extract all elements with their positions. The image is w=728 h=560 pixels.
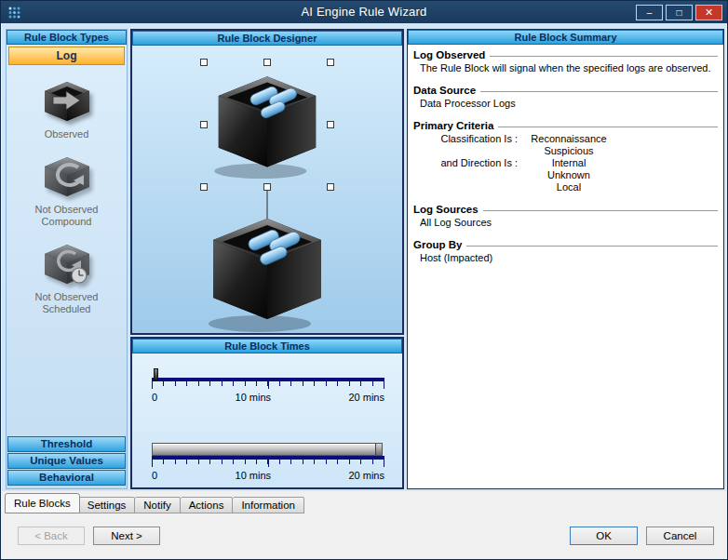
- summary-section-group-by: Group By Host (Impacted): [413, 239, 718, 264]
- rule-block-type-observed[interactable]: Observed: [7, 79, 127, 140]
- designer-scene: [132, 46, 402, 333]
- tab-rule-blocks[interactable]: Rule Blocks: [5, 493, 80, 513]
- next-button[interactable]: Next >: [93, 527, 160, 545]
- log-observed-description: The Rule Block will signal when the spec…: [413, 62, 718, 74]
- criteria-row: Local: [413, 181, 718, 193]
- criteria-row: Suspicious: [413, 145, 718, 157]
- rule-block-designer-header: Rule Block Designer: [132, 31, 402, 46]
- rule-block-types-panel: Rule Block Types Log Observed N: [6, 29, 128, 489]
- group-by-value: Host (Impacted): [413, 252, 718, 264]
- summary-section-data-source: Data Source Data Processor Logs: [413, 85, 718, 110]
- tick-label-10: 10 mins: [236, 392, 272, 403]
- rule-block-times-panel: Rule Block Times 0 10 mins 20 mins: [130, 337, 404, 489]
- section-title: Data Source: [413, 85, 476, 96]
- summary-body: Log Observed The Rule Block will signal …: [408, 45, 723, 279]
- criteria-row: Unknown: [413, 169, 718, 181]
- tick-label-20: 20 mins: [348, 392, 384, 403]
- rule-block-summary-header: Rule Block Summary: [408, 30, 723, 45]
- not-observed-compound-cube-icon: [40, 154, 94, 199]
- back-button[interactable]: < Back: [18, 527, 85, 545]
- section-divider: [490, 56, 718, 57]
- observed-cube-icon: [40, 79, 94, 124]
- close-button[interactable]: ✕: [695, 5, 722, 20]
- tick-label-0: 0: [152, 392, 157, 403]
- range-bar[interactable]: [152, 443, 383, 456]
- times-body: 0 10 mins 20 mins 0 10 mins 20 mins: [132, 353, 402, 487]
- tick-label-10: 10 mins: [236, 470, 272, 481]
- rule-block-designer-panel: Rule Block Designer: [130, 29, 404, 335]
- threshold-button[interactable]: Threshold: [7, 436, 126, 452]
- minimize-button[interactable]: –: [636, 5, 663, 20]
- data-source-value: Data Processor Logs: [413, 98, 718, 110]
- summary-section-log-observed: Log Observed The Rule Block will signal …: [413, 49, 718, 74]
- section-divider: [498, 127, 718, 127]
- ai-engine-rule-wizard-window: AI Engine Rule Wizard – □ ✕ Rule Block T…: [0, 0, 728, 560]
- rule-block-times-header: Rule Block Times: [132, 339, 402, 353]
- summary-section-log-sources: Log Sources All Log Sources: [413, 204, 718, 229]
- unique-values-button[interactable]: Unique Values: [7, 453, 126, 469]
- timeline-ticks: [152, 381, 384, 389]
- timeline-ticks: [152, 460, 384, 467]
- window-title: AI Engine Rule Wizard: [1, 1, 727, 23]
- rule-block-cube-top[interactable]: [214, 76, 316, 179]
- section-title: Log Sources: [413, 204, 479, 215]
- slider-thumb[interactable]: [154, 368, 158, 380]
- range-bar-handle[interactable]: [375, 444, 382, 455]
- criteria-row: and Direction Is : Internal: [413, 157, 718, 169]
- summary-section-primary-criteria: Primary Criteria Classification Is : Rec…: [413, 120, 718, 193]
- tick-label-0: 0: [152, 470, 157, 481]
- section-divider: [480, 91, 718, 92]
- tab-information[interactable]: Information: [233, 497, 304, 513]
- wizard-tab-strip: Rule Blocks Settings Notify Actions Info…: [5, 493, 304, 513]
- title-bar: AI Engine Rule Wizard – □ ✕: [1, 1, 727, 23]
- tab-settings[interactable]: Settings: [79, 497, 136, 513]
- maximize-button[interactable]: □: [666, 5, 693, 20]
- rule-block-category-buttons: Threshold Unique Values Behavioral: [7, 435, 127, 488]
- section-title: Group By: [413, 239, 462, 250]
- section-title: Log Observed: [413, 49, 485, 60]
- criteria-row: Classification Is : Reconnaissance: [413, 133, 718, 145]
- rule-block-type-not-observed-compound[interactable]: Not Observed Compound: [7, 154, 127, 228]
- tab-actions[interactable]: Actions: [181, 497, 234, 513]
- designer-canvas[interactable]: [132, 46, 402, 333]
- not-observed-compound-label: Not Observed Compound: [20, 204, 114, 228]
- rule-block-types-header: Rule Block Types: [7, 30, 127, 45]
- timeline-labels: 0 10 mins 20 mins: [152, 470, 384, 481]
- log-sources-value: All Log Sources: [413, 217, 718, 229]
- window-controls: – □ ✕: [636, 5, 722, 20]
- timeline-labels: 0 10 mins 20 mins: [152, 392, 384, 403]
- suppression-period-slider: 0 10 mins 20 mins: [152, 456, 384, 481]
- rule-block-summary-panel: Rule Block Summary Log Observed The Rule…: [407, 29, 724, 489]
- primary-criteria-list: Classification Is : Reconnaissance Suspi…: [413, 133, 718, 193]
- rule-block-type-not-observed-scheduled[interactable]: Not Observed Scheduled: [7, 242, 127, 315]
- tab-notify[interactable]: Notify: [135, 497, 180, 513]
- behavioral-button[interactable]: Behavioral: [7, 470, 126, 486]
- not-observed-scheduled-label: Not Observed Scheduled: [20, 291, 114, 315]
- observed-label: Observed: [20, 128, 114, 140]
- log-category-button[interactable]: Log: [8, 47, 125, 65]
- not-observed-scheduled-cube-icon: [40, 242, 94, 287]
- cancel-button[interactable]: Cancel: [646, 527, 714, 545]
- rule-block-cube-bottom[interactable]: [209, 219, 321, 332]
- section-divider: [466, 246, 718, 247]
- section-title: Primary Criteria: [413, 120, 493, 131]
- tick-label-20: 20 mins: [348, 470, 384, 481]
- ok-button[interactable]: OK: [570, 527, 638, 545]
- section-divider: [483, 210, 718, 211]
- observation-period-slider: 0 10 mins 20 mins: [152, 378, 384, 403]
